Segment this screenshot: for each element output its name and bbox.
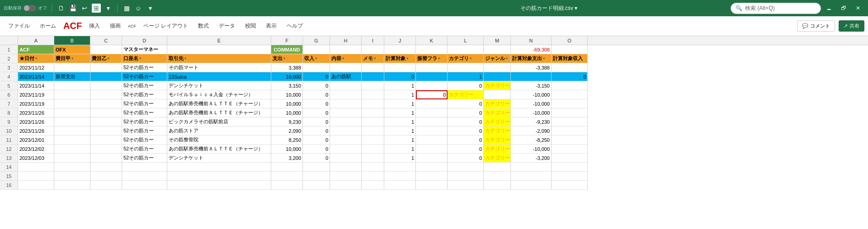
- cell-h14[interactable]: [330, 163, 362, 172]
- cell-o8[interactable]: [552, 108, 588, 117]
- cell-j16[interactable]: [384, 181, 416, 190]
- cell-l14[interactable]: [448, 163, 484, 172]
- cell-n11[interactable]: -8,250: [511, 136, 552, 145]
- cell-f8[interactable]: 10,000: [271, 108, 303, 117]
- cell-d16[interactable]: [122, 181, 167, 190]
- new-file-icon[interactable]: 🗋: [57, 4, 66, 13]
- cell-h9[interactable]: [330, 117, 362, 126]
- col-header-o[interactable]: O: [552, 36, 588, 45]
- cell-m5[interactable]: カテゴリー: [484, 81, 511, 90]
- cell-i3[interactable]: [362, 63, 384, 72]
- cell-o6[interactable]: [552, 90, 588, 99]
- cell-k11[interactable]: [416, 136, 448, 145]
- cell-h5[interactable]: [330, 81, 362, 90]
- cell-a12[interactable]: 2023/12/02: [18, 145, 54, 154]
- cell-n3[interactable]: -3,388: [511, 63, 552, 72]
- cell-m7[interactable]: カテゴリー: [484, 99, 511, 108]
- cell-b8[interactable]: [54, 108, 90, 117]
- cell-m11[interactable]: カテゴリー: [484, 136, 511, 145]
- cell-d3[interactable]: 52その筋カー: [122, 63, 167, 72]
- cell-l3[interactable]: [448, 63, 484, 72]
- cell-k12[interactable]: [416, 145, 448, 154]
- close-button[interactable]: ✕: [852, 2, 864, 14]
- tab-file[interactable]: ファイル: [4, 20, 34, 32]
- cell-h15[interactable]: [330, 172, 362, 181]
- cell-b5[interactable]: [54, 81, 90, 90]
- cell-c1[interactable]: [90, 45, 122, 54]
- cell-o10[interactable]: [552, 126, 588, 136]
- cell-o5[interactable]: [552, 81, 588, 90]
- cell-f11[interactable]: 8,250: [271, 136, 303, 145]
- dropdown-icon2[interactable]: ▾: [146, 4, 155, 13]
- restore-button[interactable]: 🗗: [837, 2, 850, 14]
- cell-i6[interactable]: [362, 90, 384, 99]
- cell-k13[interactable]: [416, 154, 448, 163]
- cell-k8[interactable]: [416, 108, 448, 117]
- cell-n2[interactable]: 計算対象支出▾: [511, 54, 552, 63]
- cell-c10[interactable]: [90, 126, 122, 136]
- cell-e16[interactable]: [167, 181, 271, 190]
- cell-b13[interactable]: [54, 154, 90, 163]
- col-header-h[interactable]: H: [330, 36, 362, 45]
- cell-i9[interactable]: [362, 117, 384, 126]
- tab-insert[interactable]: 挿入: [85, 20, 104, 32]
- cell-f16[interactable]: [271, 181, 303, 190]
- cell-i12[interactable]: [362, 145, 384, 154]
- cell-i14[interactable]: [362, 163, 384, 172]
- cell-m14[interactable]: [484, 163, 511, 172]
- col-header-i[interactable]: I: [362, 36, 384, 45]
- tab-formula[interactable]: 数式: [193, 20, 213, 32]
- cell-d15[interactable]: [122, 172, 167, 181]
- cell-k10[interactable]: [416, 126, 448, 136]
- cell-b7[interactable]: [54, 99, 90, 108]
- cell-f12[interactable]: 10,000: [271, 145, 303, 154]
- cell-k5[interactable]: [416, 81, 448, 90]
- cell-b16[interactable]: [54, 181, 90, 190]
- cell-e3[interactable]: その筋マート: [167, 63, 271, 72]
- cell-i10[interactable]: [362, 126, 384, 136]
- cell-g10[interactable]: 0: [303, 126, 330, 136]
- cell-i11[interactable]: [362, 136, 384, 145]
- cell-l15[interactable]: [448, 172, 484, 181]
- cell-j5[interactable]: 1: [384, 81, 416, 90]
- cell-o1[interactable]: [552, 45, 588, 54]
- cell-g1[interactable]: [303, 45, 330, 54]
- cell-l12[interactable]: 0: [448, 145, 484, 154]
- cell-g8[interactable]: 0: [303, 108, 330, 117]
- cell-e4[interactable]: 13Suica: [167, 72, 271, 81]
- cell-g14[interactable]: [303, 163, 330, 172]
- cell-g9[interactable]: 0: [303, 117, 330, 126]
- cell-c2[interactable]: 費目乙▾: [90, 54, 122, 63]
- cell-e15[interactable]: [167, 172, 271, 181]
- cell-c14[interactable]: [90, 163, 122, 172]
- tab-data[interactable]: データ: [214, 20, 240, 32]
- col-header-c[interactable]: C: [90, 36, 122, 45]
- cell-c13[interactable]: [90, 154, 122, 163]
- cell-a8[interactable]: 2023/11/26: [18, 108, 54, 117]
- cell-o13[interactable]: [552, 154, 588, 163]
- save-icon[interactable]: 💾: [68, 4, 77, 13]
- cell-m9[interactable]: カテゴリー: [484, 117, 511, 126]
- cell-f9[interactable]: 9,230: [271, 117, 303, 126]
- cell-o4[interactable]: 0: [552, 72, 588, 81]
- cell-b1[interactable]: OFX: [54, 45, 90, 54]
- cell-a11[interactable]: 2023/12/01: [18, 136, 54, 145]
- cell-d11[interactable]: 52その筋カー: [122, 136, 167, 145]
- tab-page-layout[interactable]: ページ レイアウト: [139, 20, 193, 32]
- cell-a5[interactable]: 2023/11/14: [18, 81, 54, 90]
- tab-view[interactable]: 表示: [261, 20, 281, 32]
- cell-f3[interactable]: 3,388: [271, 63, 303, 72]
- cell-j2[interactable]: 計算対象▾: [384, 54, 416, 63]
- tab-review[interactable]: 校閲: [241, 20, 260, 32]
- col-header-b[interactable]: B: [54, 36, 90, 45]
- col-header-k[interactable]: K: [416, 36, 448, 45]
- cell-n8[interactable]: -10,000: [511, 108, 552, 117]
- cell-n4[interactable]: [511, 72, 552, 81]
- cell-g3[interactable]: [303, 63, 330, 72]
- col-header-a[interactable]: A: [18, 36, 54, 45]
- cell-j3[interactable]: [384, 63, 416, 72]
- cell-a9[interactable]: 2023/11/26: [18, 117, 54, 126]
- cell-h13[interactable]: [330, 154, 362, 163]
- cell-g5[interactable]: 0: [303, 81, 330, 90]
- cell-l8[interactable]: 0: [448, 108, 484, 117]
